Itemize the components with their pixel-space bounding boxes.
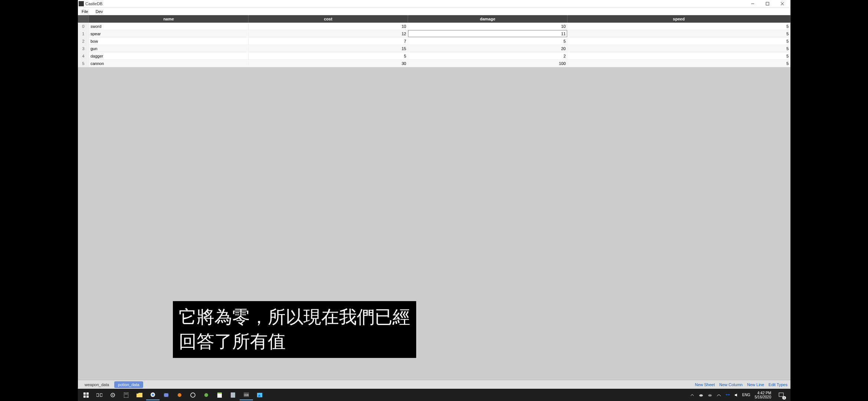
name-cell[interactable]: sword bbox=[89, 23, 249, 30]
cost-cell[interactable]: 10 bbox=[249, 23, 408, 30]
cost-cell[interactable]: 12 bbox=[249, 30, 408, 37]
table-row[interactable]: 0sword10105 bbox=[78, 23, 790, 30]
cost-cell[interactable]: 7 bbox=[249, 38, 408, 45]
volume-icon bbox=[734, 393, 739, 397]
subtitle-line-1: 它將為零，所以現在我們已經 bbox=[179, 306, 410, 329]
svg-point-30 bbox=[708, 394, 712, 397]
speed-cell[interactable]: 5 bbox=[568, 60, 790, 67]
column-header-damage[interactable]: damage bbox=[408, 15, 568, 23]
app-taskbar-button-4[interactable] bbox=[226, 390, 240, 400]
tray-dropbox-icon[interactable] bbox=[724, 392, 731, 398]
column-header-index[interactable] bbox=[78, 15, 89, 23]
damage-cell[interactable]: 11 bbox=[408, 30, 568, 37]
start-button[interactable] bbox=[79, 390, 93, 400]
cost-cell[interactable]: 15 bbox=[249, 45, 408, 52]
close-button[interactable] bbox=[775, 0, 790, 7]
speed-cell[interactable]: 5 bbox=[568, 23, 790, 30]
damage-cell[interactable]: 2 bbox=[408, 52, 568, 59]
row-index-cell[interactable]: 2 bbox=[78, 38, 89, 45]
row-index-cell[interactable]: 4 bbox=[78, 52, 89, 59]
name-cell[interactable]: spear bbox=[89, 30, 249, 37]
discord-taskbar-button[interactable] bbox=[160, 390, 173, 400]
notepad-icon bbox=[217, 392, 222, 398]
name-cell[interactable]: bow bbox=[89, 38, 249, 45]
notifications-button[interactable]: 3 bbox=[776, 390, 787, 400]
table-header-row: name cost damage speed bbox=[78, 15, 790, 23]
damage-cell[interactable]: 100 bbox=[408, 60, 568, 67]
cost-cell[interactable]: 30 bbox=[249, 60, 408, 67]
name-cell[interactable]: cannon bbox=[89, 60, 249, 67]
table-row[interactable]: 2bow755 bbox=[78, 38, 790, 45]
dropbox-icon bbox=[726, 393, 730, 397]
maximize-button[interactable] bbox=[760, 0, 775, 7]
column-header-cost[interactable]: cost bbox=[249, 15, 408, 23]
speed-cell[interactable]: 5 bbox=[568, 45, 790, 52]
sheet-tab[interactable]: potion_data bbox=[114, 381, 143, 388]
edit-types-link[interactable]: Edit Types bbox=[769, 382, 788, 387]
menu-dev[interactable]: Dev bbox=[93, 9, 105, 14]
app-taskbar-button-1[interactable] bbox=[173, 390, 186, 400]
row-index-cell[interactable]: 3 bbox=[78, 45, 89, 52]
app-taskbar-button-2[interactable] bbox=[186, 390, 200, 400]
table-row[interactable]: 5cannon301005 bbox=[78, 60, 790, 67]
menu-file[interactable]: File bbox=[79, 9, 91, 14]
chrome-taskbar-button[interactable] bbox=[146, 390, 160, 400]
damage-cell[interactable]: 20 bbox=[408, 45, 568, 52]
name-cell[interactable]: dagger bbox=[89, 52, 249, 59]
row-index-cell[interactable]: 1 bbox=[78, 30, 89, 37]
row-index-cell[interactable]: 0 bbox=[78, 23, 89, 30]
svg-marker-33 bbox=[735, 394, 737, 397]
damage-cell[interactable]: 5 bbox=[408, 38, 568, 45]
speed-cell[interactable]: 5 bbox=[568, 30, 790, 37]
damage-cell[interactable]: 10 bbox=[408, 23, 568, 30]
table-body: 0sword101051spear121152bow7553gun152054d… bbox=[78, 23, 790, 67]
tray-weather-icon[interactable] bbox=[698, 392, 704, 398]
generic-app-icon bbox=[177, 393, 182, 397]
svg-rect-7 bbox=[86, 395, 89, 398]
clock[interactable]: 4:42 PM 5/16/2020 bbox=[753, 391, 774, 399]
svg-rect-34 bbox=[779, 393, 783, 397]
column-header-speed[interactable]: speed bbox=[568, 15, 790, 23]
svg-point-21 bbox=[204, 393, 208, 397]
castledb-taskbar-button[interactable]: CDB bbox=[240, 390, 253, 400]
table-row[interactable]: 1spear12115 bbox=[78, 30, 790, 38]
cost-cell[interactable]: 5 bbox=[249, 52, 408, 59]
row-index-cell[interactable]: 5 bbox=[78, 60, 89, 67]
new-column-link[interactable]: New Column bbox=[719, 382, 743, 387]
window-controls bbox=[745, 0, 790, 7]
app-title: CastleDB bbox=[85, 1, 745, 6]
svg-text:CDB: CDB bbox=[244, 394, 249, 396]
table-row[interactable]: 4dagger525 bbox=[78, 52, 790, 60]
new-line-link[interactable]: New Line bbox=[747, 382, 764, 387]
speed-cell[interactable]: 5 bbox=[568, 52, 790, 59]
notepad-taskbar-button[interactable] bbox=[213, 390, 226, 400]
svg-rect-23 bbox=[217, 392, 222, 394]
column-header-name[interactable]: name bbox=[89, 15, 249, 23]
file-explorer-taskbar-button[interactable] bbox=[133, 390, 146, 400]
circle-app-icon bbox=[190, 392, 195, 398]
table-row[interactable]: 3gun15205 bbox=[78, 45, 790, 52]
app-taskbar-button-3[interactable] bbox=[200, 390, 213, 400]
tray-onedrive-icon[interactable] bbox=[707, 392, 713, 398]
svg-rect-5 bbox=[86, 392, 89, 395]
svg-point-20 bbox=[191, 393, 195, 397]
cdb-icon: CDB bbox=[244, 392, 249, 397]
sheet-tab[interactable]: weapon_data bbox=[81, 381, 113, 388]
name-cell[interactable]: gun bbox=[89, 45, 249, 52]
svg-rect-4 bbox=[83, 392, 86, 395]
image-taskbar-button[interactable] bbox=[253, 390, 266, 400]
doc-icon bbox=[231, 392, 235, 398]
speed-cell[interactable]: 5 bbox=[568, 38, 790, 45]
svg-marker-32 bbox=[728, 394, 730, 395]
calculator-taskbar-button[interactable] bbox=[119, 390, 133, 400]
tray-chevron-up-icon[interactable] bbox=[689, 392, 696, 398]
language-indicator[interactable]: ENG bbox=[742, 393, 750, 397]
task-view-button[interactable] bbox=[93, 390, 106, 400]
svg-rect-6 bbox=[83, 395, 86, 398]
tray-volume-icon[interactable] bbox=[733, 392, 740, 398]
new-sheet-link[interactable]: New Sheet bbox=[695, 382, 715, 387]
settings-taskbar-button[interactable] bbox=[106, 390, 119, 400]
minimize-button[interactable] bbox=[745, 0, 760, 7]
tray-network-icon[interactable] bbox=[716, 392, 722, 398]
title-bar: CastleDB bbox=[78, 0, 790, 8]
